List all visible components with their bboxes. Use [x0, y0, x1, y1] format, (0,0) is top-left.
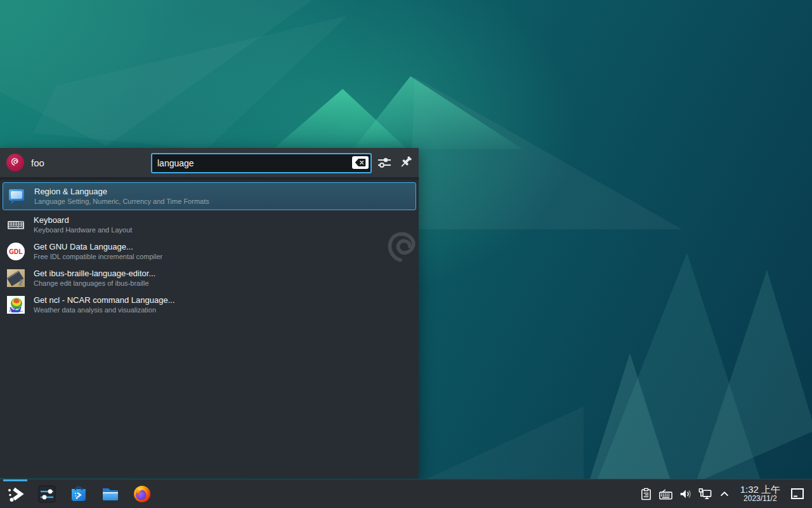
result-ncl[interactable]: NCL Get ncl - NCAR command Language... W… [0, 291, 419, 318]
system-settings-icon [37, 485, 56, 504]
krunner-panel: foo [0, 148, 419, 478]
tray-clipboard[interactable] [637, 483, 655, 505]
search-input[interactable] [151, 153, 372, 173]
result-ibus-braille[interactable]: Get ibus-braille-language-editor... Chan… [0, 265, 419, 291]
desktop: foo [0, 0, 812, 508]
result-title: Get ncl - NCAR command Language... [34, 295, 175, 306]
result-text: Get GNU Data Language... Free IDL compat… [34, 242, 162, 262]
ibus-braille-icon [6, 269, 25, 288]
result-subtitle: Change edit languages of ibus-braille [34, 279, 155, 288]
gdl-icon: GDL [6, 242, 25, 261]
search-field-wrap [151, 153, 372, 173]
result-subtitle: Weather data analysis and visualization [34, 306, 175, 315]
result-title: Get ibus-braille-language-editor... [34, 269, 155, 279]
clock-date: 2023/11/2 [740, 495, 780, 503]
debian-watermark-icon [378, 224, 419, 275]
krunner-launcher-icon [5, 484, 25, 504]
filter-options-button[interactable] [376, 155, 393, 173]
taskbar-system-settings[interactable] [33, 479, 61, 508]
clear-search-button[interactable] [352, 156, 369, 169]
result-gnu-data-language[interactable]: GDL Get GNU Data Language... Free IDL co… [0, 238, 419, 265]
wallpaper-facet [419, 406, 584, 483]
pin-icon [398, 155, 414, 170]
tray-input-method[interactable] [657, 483, 675, 505]
debian-swirl-icon [9, 156, 22, 169]
region-language-icon [7, 187, 26, 206]
tray-display-connect[interactable] [696, 483, 714, 505]
clock-time: 1:32 上午 [740, 485, 780, 495]
result-title: Get GNU Data Language... [34, 242, 162, 253]
digital-clock[interactable]: 1:32 上午 2023/11/2 [740, 485, 780, 504]
speaker-icon [678, 487, 692, 501]
keyboard-icon [6, 215, 25, 234]
result-text: Get ibus-braille-language-editor... Chan… [34, 269, 155, 288]
chevron-up-icon [719, 488, 730, 500]
result-text: Region & Language Language Setting, Nume… [34, 187, 209, 206]
wallpaper-facet [409, 77, 682, 229]
taskbar: 1:32 上午 2023/11/2 [0, 479, 812, 508]
show-desktop-icon [790, 488, 804, 500]
tray-volume[interactable] [676, 483, 695, 505]
firefox-icon [133, 485, 152, 504]
result-title: Region & Language [34, 187, 209, 197]
clipboard-icon [639, 487, 653, 501]
keyboard-tray-icon [658, 487, 673, 501]
taskbar-krunner-task[interactable] [1, 479, 29, 508]
debian-logo-icon [6, 154, 24, 171]
taskbar-firefox[interactable] [128, 479, 156, 508]
result-subtitle: Language Setting, Numeric, Currency and … [34, 197, 209, 206]
result-subtitle: Keyboard Hardware and Layout [34, 226, 132, 235]
taskbar-launchers [0, 479, 156, 508]
gdl-badge: GDL [9, 248, 23, 255]
taskbar-discover[interactable] [65, 479, 93, 508]
pin-button[interactable] [397, 155, 415, 173]
krunner-header: foo [0, 148, 419, 180]
folder-icon [101, 485, 120, 504]
taskbar-file-manager[interactable] [96, 479, 124, 508]
show-desktop-button[interactable] [788, 483, 807, 505]
sliders-filter-icon [377, 155, 392, 170]
system-tray: 1:32 上午 2023/11/2 [637, 479, 812, 508]
result-text: Keyboard Keyboard Hardware and Layout [34, 215, 132, 235]
krunner-app-label: foo [31, 157, 44, 168]
ncl-icon: NCL [6, 295, 25, 314]
result-region-language[interactable]: Region & Language Language Setting, Nume… [3, 182, 416, 210]
result-keyboard[interactable]: Keyboard Keyboard Hardware and Layout [0, 211, 419, 238]
ncl-badge: NCL [8, 305, 23, 313]
display-connect-icon [698, 487, 712, 501]
result-title: Keyboard [34, 215, 132, 226]
result-subtitle: Free IDL compatible incremental compiler [34, 253, 162, 262]
tray-expand-arrow[interactable] [716, 483, 734, 505]
search-results-list: Region & Language Language Setting, Nume… [0, 180, 419, 318]
result-text: Get ncl - NCAR command Language... Weath… [34, 295, 175, 315]
backspace-icon [355, 158, 366, 167]
discover-icon [69, 485, 88, 504]
